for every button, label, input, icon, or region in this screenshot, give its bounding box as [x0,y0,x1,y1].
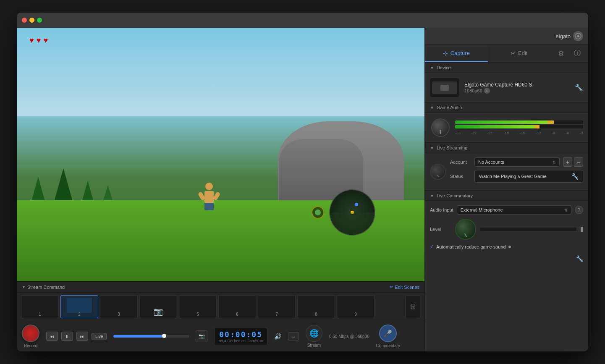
device-section-header: ▼ Device [425,63,588,73]
edit-tab-icon: ✂ [511,50,516,57]
screenshot-button[interactable]: 📷 [196,330,207,342]
section-arrow-icon: ▼ [22,285,26,289]
edit-scenes-label: Edit Scenes [395,285,419,290]
bitrate-info: 0,50 Mbps @ 360p30 [329,334,369,339]
device-section-content: Elgato Game Capture HD60 S 1080p60 i 🔧 [425,73,588,102]
microphone-icon: 🎤 [384,330,392,338]
slot-num-2: 2 [61,312,98,317]
reduce-sound-info-dot[interactable] [508,246,511,248]
app-window: ♥ ♥ ♥ ▼ Stream Command ✏ Edit Scenes [17,13,588,351]
forward-button[interactable]: ⏭ [76,332,88,341]
progress-knob[interactable] [162,334,166,338]
scene-slot-8[interactable]: 8 [297,295,335,318]
meter-label--27: -27 [471,131,477,135]
audio-input-row: Audio Input External Microphone ⇅ ? [430,205,583,215]
scene-slot-3[interactable]: 3 [100,295,138,318]
progress-bar[interactable] [113,335,189,338]
audio-collapse-icon[interactable]: ▼ [430,105,434,110]
screen-size-button[interactable]: ▭ [288,332,299,340]
video-area: ♥ ♥ ♥ [17,28,424,281]
info-button[interactable]: ⓘ [571,45,583,62]
level-meter [480,228,576,231]
help-button[interactable]: ? [575,206,583,214]
remove-account-button[interactable]: − [574,157,583,167]
streaming-collapse-icon[interactable]: ▼ [430,146,434,150]
audio-input-chevron-icon: ⇅ [564,208,568,212]
info-icon[interactable]: i [484,88,490,94]
minimize-button[interactable] [29,18,34,23]
maximize-button[interactable] [37,18,42,23]
audio-input-select[interactable]: External Microphone ⇅ [457,205,571,215]
stream-command-title: ▼ Stream Command [22,285,65,290]
meter-label--6: -6 [566,131,569,135]
reduce-sound-row: ✓ Automatically reduce game sound [430,244,583,249]
slot-num-3: 3 [100,312,137,317]
scene-slot-9[interactable]: 9 [337,295,375,318]
slot-num-9: 9 [337,312,374,317]
globe-icon: 🌐 [309,329,319,338]
live-button[interactable]: Live [92,333,107,340]
tabs-left: ⊹ Capture ✂ Edit [425,46,550,62]
commentary-level-knob[interactable] [455,219,476,240]
meter-label--18: -18 [503,131,509,135]
account-select[interactable]: No Accounts ⇅ [474,157,560,167]
right-panel-content: ▼ Device Elgato Game Capture HD60 S 1080… [425,63,588,351]
stream-item: 🌐 Stream [306,325,322,348]
rewind-button[interactable]: ⏮ [46,332,58,341]
tab-edit[interactable]: ✂ Edit [488,46,551,62]
scene-slot-4[interactable]: 📷 4 [139,295,177,318]
account-chevron-icon: ⇅ [553,160,556,165]
status-label: Status [450,174,471,179]
edit-scenes-button[interactable]: ✏ Edit Scenes [390,284,419,290]
scene-slots-row: 1 2 3 📷 4 5 6 7 8 9 ⊞ [17,293,424,321]
minimap [329,189,375,236]
audio-section-header: ▼ Game Audio [425,102,588,113]
reduce-sound-label: Automatically reduce game sound [436,244,506,249]
slot-num-5: 5 [179,312,216,317]
record-button[interactable] [22,325,39,342]
meter-label--3: -3 [580,131,583,135]
streaming-knob[interactable] [430,164,446,180]
heart-1: ♥ [29,36,34,45]
volume-button[interactable]: 🔊 [274,333,281,340]
commentary-item: 🎤 Commentary [376,325,400,348]
status-tools-icon[interactable]: 🔧 [571,173,579,180]
commentary-collapse-icon[interactable]: ▼ [430,194,434,198]
audio-knob[interactable] [431,118,450,137]
pause-button[interactable]: ⏸ [61,332,73,341]
scene-slot-6[interactable]: 6 [218,295,256,318]
scene-slot-7[interactable]: 7 [258,295,296,318]
record-item: Record [22,325,39,348]
device-settings-button[interactable]: 🔧 [575,84,583,92]
char-pants [204,203,214,210]
character [204,183,214,210]
slot-num-8: 8 [298,312,335,317]
stream-command-header: ▼ Stream Command ✏ Edit Scenes [17,282,424,293]
scene-slot-1[interactable]: 1 [21,295,59,318]
commentary-settings-button[interactable]: 🔧 [576,255,583,262]
status-field[interactable]: Watch Me Playing a Great Game 🔧 [474,170,583,183]
settings-button[interactable]: ⚙ [555,45,566,62]
scene-slot-5[interactable]: 5 [179,295,217,318]
status-value: Watch Me Playing a Great Game [479,174,547,179]
checkmark-icon: ✓ [430,244,434,249]
meter-label--9: -9 [552,131,555,135]
capture-tab-icon: ⊹ [443,50,448,57]
meter-1-green [455,120,547,124]
slot-num-7: 7 [258,312,295,317]
device-info: Elgato Game Capture HD60 S 1080p60 i [464,82,570,94]
add-account-button[interactable]: + [563,157,572,167]
tab-capture[interactable]: ⊹ Capture [425,46,488,62]
stream-command: ▼ Stream Command ✏ Edit Scenes 1 2 3 [17,281,424,351]
audio-input-value: External Microphone [461,207,503,212]
scene-slot-2[interactable]: 2 [60,295,98,318]
device-row: Elgato Game Capture HD60 S 1080p60 i 🔧 [430,78,583,97]
commentary-button[interactable]: 🎤 [379,325,397,342]
level-meter-handle[interactable] [581,227,583,232]
minimap-terrain [330,212,375,235]
device-collapse-icon[interactable]: ▼ [430,65,434,70]
close-button[interactable] [22,18,27,23]
add-scene-button[interactable]: ⊞ [405,295,420,318]
minimap-bg [330,190,375,235]
stream-button[interactable]: 🌐 [306,325,322,342]
